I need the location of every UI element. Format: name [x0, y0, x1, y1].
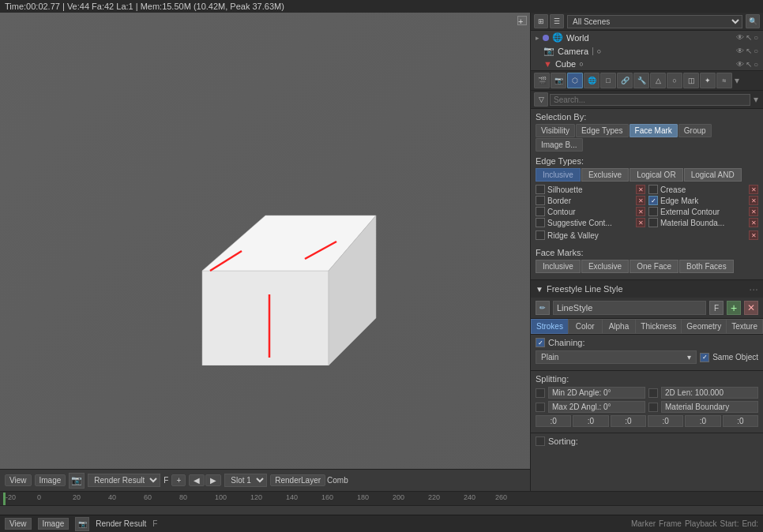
max-angle-checkbox[interactable]	[536, 403, 545, 412]
prop-icon-scene[interactable]: 🎬	[534, 73, 550, 88]
outliner-icon-1[interactable]: ⊞	[534, 14, 548, 28]
edgemark-checkbox[interactable]: ✓	[648, 196, 658, 205]
cube-render-icon[interactable]: ○	[754, 60, 758, 69]
viewport[interactable]: + View Image 📷 Render Result F + ◀ ▶ Slo…	[0, 13, 530, 491]
contour-checkbox[interactable]	[536, 207, 545, 216]
extcontour-x[interactable]: ✕	[749, 207, 758, 216]
search-filter-icon[interactable]: ▽	[534, 92, 548, 107]
border-x[interactable]: ✕	[636, 196, 645, 205]
suggestive-checkbox[interactable]	[536, 218, 545, 227]
chaining-checkbox[interactable]: ✓	[536, 338, 545, 347]
prop-icon-object[interactable]: □	[600, 73, 616, 88]
ls-tab-alpha[interactable]: Alpha	[602, 319, 636, 334]
camera-eye-icon[interactable]: 👁	[736, 47, 744, 55]
num-input-4[interactable]: :0	[685, 415, 720, 427]
render-result-select[interactable]: Render Result	[88, 474, 160, 487]
crease-checkbox[interactable]	[648, 185, 658, 194]
num-input-3[interactable]: :0	[648, 415, 683, 427]
world-eye-icon[interactable]: 👁	[736, 33, 744, 42]
face-inclusive[interactable]: Inclusive	[536, 260, 581, 273]
search-icon[interactable]: 🔍	[746, 14, 760, 28]
next-frame-button[interactable]: ▶	[205, 474, 221, 486]
cube-eye-icon[interactable]: 👁	[736, 60, 744, 69]
outliner-icon-2[interactable]: ☰	[550, 14, 564, 28]
scroll-down-arrow[interactable]: ▾	[733, 75, 741, 86]
prop-icon-physics[interactable]: ≈	[716, 73, 732, 88]
view-menu-button[interactable]: View	[5, 474, 32, 486]
min-angle-checkbox[interactable]	[536, 388, 545, 398]
ridge-x[interactable]: ✕	[749, 230, 758, 240]
face-one-face[interactable]: One Face	[630, 260, 678, 273]
num-input-2[interactable]: :0	[611, 415, 646, 427]
face-both-faces[interactable]: Both Faces	[679, 260, 734, 273]
props-search-input[interactable]	[550, 94, 750, 106]
plain-dropdown[interactable]: Plain ▾	[536, 350, 697, 364]
add-frame-button[interactable]: +	[171, 474, 186, 486]
sorting-checkbox[interactable]	[536, 436, 545, 446]
prop-icon-modifier[interactable]: 🔧	[633, 73, 649, 88]
tab-group[interactable]: Group	[678, 124, 712, 137]
outliner-item-camera[interactable]: 📷 Camera | ○ 👁 ↖ ○	[531, 44, 763, 58]
num-input-0[interactable]: :0	[536, 415, 571, 427]
ls-tab-texture[interactable]: Texture	[726, 319, 763, 334]
tab-edge-types[interactable]: Edge Types	[576, 124, 629, 137]
face-exclusive[interactable]: Exclusive	[581, 260, 629, 273]
ridge-checkbox[interactable]	[536, 230, 545, 240]
linestyle-f-letter[interactable]: F	[709, 301, 724, 315]
same-object-checkbox[interactable]: ✓	[700, 353, 709, 362]
timeline[interactable]: -20 0 20 40 60 80 100 120 140 160 180 20…	[0, 492, 763, 515]
logic-exclusive[interactable]: Exclusive	[581, 168, 629, 182]
logic-inclusive[interactable]: Inclusive	[536, 168, 581, 182]
world-cursor-icon[interactable]: ↖	[746, 33, 752, 42]
world-render-icon[interactable]: ○	[754, 33, 758, 42]
tab-visibility[interactable]: Visibility	[536, 124, 575, 137]
min-angle-input[interactable]: Min 2D Angle: 0°	[548, 387, 645, 399]
prop-icon-texture[interactable]: ◫	[683, 73, 699, 88]
viewport-corner-toggle[interactable]: +	[517, 16, 527, 25]
camera-render-icon[interactable]: ○	[754, 47, 758, 55]
mat-boundary-checkbox[interactable]	[648, 403, 658, 412]
linestyle-add-button[interactable]: +	[727, 301, 741, 315]
tab-image-b[interactable]: Image B...	[536, 138, 583, 152]
view-label[interactable]: View	[5, 518, 32, 530]
logic-and[interactable]: Logical AND	[684, 168, 742, 182]
prop-icon-material[interactable]: ○	[667, 73, 682, 88]
prop-icon-particles[interactable]: ✦	[700, 73, 716, 88]
image-menu-button[interactable]: Image	[35, 474, 66, 486]
border-checkbox[interactable]	[536, 196, 545, 205]
contour-x[interactable]: ✕	[636, 207, 645, 216]
crease-x[interactable]: ✕	[749, 185, 758, 194]
tab-face-mark[interactable]: Face Mark	[630, 124, 678, 137]
len-input[interactable]: 2D Len: 100.000	[661, 387, 758, 399]
edgemark-x[interactable]: ✕	[749, 196, 758, 205]
freestyle-header[interactable]: ▼ Freestyle Line Style ···	[531, 280, 763, 298]
num-input-1[interactable]: :0	[573, 415, 608, 427]
logic-or[interactable]: Logical OR	[630, 168, 682, 182]
num-input-5[interactable]: :0	[723, 415, 758, 427]
extcontour-checkbox[interactable]	[648, 207, 658, 216]
silhouette-checkbox[interactable]	[536, 185, 545, 194]
prev-frame-button[interactable]: ◀	[189, 474, 205, 486]
prop-icon-constraints[interactable]: 🔗	[617, 73, 633, 88]
image-label[interactable]: Image	[38, 518, 70, 530]
prop-icon-render[interactable]: 📷	[551, 73, 566, 88]
camera-icon-bar[interactable]: 📷	[75, 517, 89, 531]
prop-icon-layers[interactable]: ⬡	[567, 73, 583, 88]
render-layer-menu[interactable]: RenderLayer	[270, 474, 325, 486]
ls-tab-thickness[interactable]: Thickness	[635, 319, 681, 334]
camera-icon[interactable]: 📷	[69, 473, 85, 489]
outliner-item-world[interactable]: ▸ 🌐 World 👁 ↖ ○	[531, 31, 763, 44]
prop-icon-world[interactable]: 🌐	[584, 73, 600, 88]
linestyle-remove-button[interactable]: ✕	[744, 301, 758, 315]
matbound-checkbox[interactable]	[648, 218, 658, 227]
silhouette-x[interactable]: ✕	[636, 185, 645, 194]
cube-cursor-icon[interactable]: ↖	[746, 60, 752, 69]
view-layer-select[interactable]: All Scenes	[567, 15, 742, 28]
ls-tab-strokes[interactable]: Strokes	[531, 319, 568, 334]
ls-tab-color[interactable]: Color	[568, 319, 602, 334]
slot-select[interactable]: Slot 1	[224, 474, 267, 487]
matbound-x[interactable]: ✕	[749, 218, 758, 227]
suggestive-x[interactable]: ✕	[636, 218, 645, 227]
prop-icon-data[interactable]: △	[650, 73, 666, 88]
linestyle-name-input[interactable]	[553, 301, 706, 315]
